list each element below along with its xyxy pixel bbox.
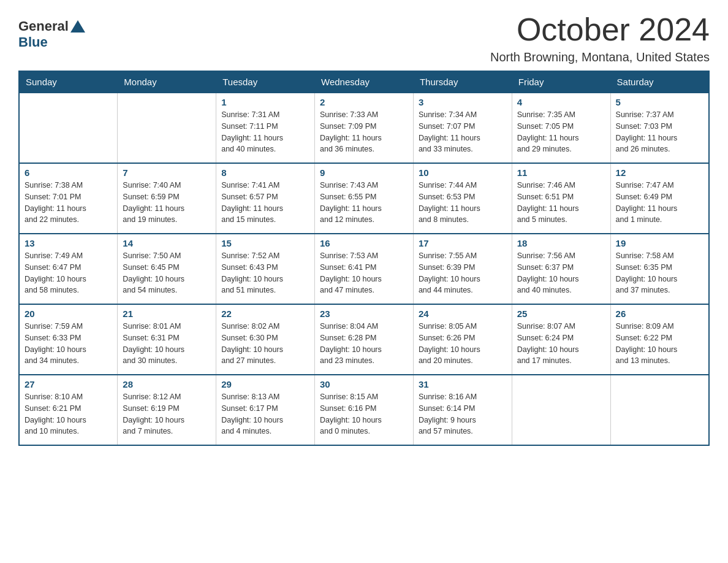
- main-title: October 2024: [490, 12, 710, 47]
- day-number: 23: [320, 308, 408, 319]
- day-number: 4: [517, 97, 605, 107]
- day-info: Sunrise: 7:31 AM Sunset: 7:11 PM Dayligh…: [221, 109, 309, 155]
- day-info: Sunrise: 7:35 AM Sunset: 7:05 PM Dayligh…: [517, 109, 605, 155]
- day-info: Sunrise: 8:05 AM Sunset: 6:26 PM Dayligh…: [419, 321, 507, 367]
- calendar-cell: 21Sunrise: 8:01 AM Sunset: 6:31 PM Dayli…: [118, 304, 216, 375]
- calendar-week-row: 27Sunrise: 8:10 AM Sunset: 6:21 PM Dayli…: [19, 375, 709, 445]
- day-header-thursday: Thursday: [413, 71, 512, 93]
- day-number: 3: [419, 97, 507, 107]
- day-info: Sunrise: 7:49 AM Sunset: 6:47 PM Dayligh…: [25, 250, 112, 296]
- logo-general-text: General: [18, 18, 69, 34]
- day-header-tuesday: Tuesday: [216, 71, 315, 93]
- day-info: Sunrise: 7:33 AM Sunset: 7:09 PM Dayligh…: [320, 109, 408, 155]
- calendar-cell: [512, 375, 610, 445]
- calendar-cell: 14Sunrise: 7:50 AM Sunset: 6:45 PM Dayli…: [118, 234, 216, 304]
- day-number: 21: [123, 308, 211, 319]
- calendar-header-row: SundayMondayTuesdayWednesdayThursdayFrid…: [19, 71, 709, 93]
- day-info: Sunrise: 7:55 AM Sunset: 6:39 PM Dayligh…: [419, 250, 507, 296]
- day-number: 12: [616, 167, 703, 178]
- day-info: Sunrise: 7:53 AM Sunset: 6:41 PM Dayligh…: [320, 250, 408, 296]
- calendar-cell: 12Sunrise: 7:47 AM Sunset: 6:49 PM Dayli…: [610, 163, 709, 234]
- day-number: 28: [123, 379, 211, 389]
- day-info: Sunrise: 7:37 AM Sunset: 7:03 PM Dayligh…: [616, 109, 703, 155]
- calendar-cell: 18Sunrise: 7:56 AM Sunset: 6:37 PM Dayli…: [512, 234, 610, 304]
- day-info: Sunrise: 7:44 AM Sunset: 6:53 PM Dayligh…: [419, 180, 507, 226]
- day-info: Sunrise: 8:13 AM Sunset: 6:17 PM Dayligh…: [221, 391, 309, 437]
- calendar-cell: 19Sunrise: 7:58 AM Sunset: 6:35 PM Dayli…: [610, 234, 709, 304]
- day-info: Sunrise: 8:16 AM Sunset: 6:14 PM Dayligh…: [419, 391, 507, 437]
- calendar-cell: 10Sunrise: 7:44 AM Sunset: 6:53 PM Dayli…: [413, 163, 512, 234]
- day-info: Sunrise: 8:15 AM Sunset: 6:16 PM Dayligh…: [320, 391, 408, 437]
- calendar-cell: 22Sunrise: 8:02 AM Sunset: 6:30 PM Dayli…: [216, 304, 315, 375]
- calendar-cell: [118, 93, 216, 163]
- day-info: Sunrise: 8:09 AM Sunset: 6:22 PM Dayligh…: [616, 321, 703, 367]
- calendar-cell: [19, 93, 118, 163]
- day-number: 22: [221, 308, 309, 319]
- day-number: 26: [616, 308, 703, 319]
- day-number: 1: [221, 97, 309, 107]
- logo-blue-text: Blue: [18, 34, 48, 50]
- calendar-cell: 8Sunrise: 7:41 AM Sunset: 6:57 PM Daylig…: [216, 163, 315, 234]
- day-number: 31: [419, 379, 507, 389]
- day-number: 5: [616, 97, 703, 107]
- day-number: 30: [320, 379, 408, 389]
- day-info: Sunrise: 8:07 AM Sunset: 6:24 PM Dayligh…: [517, 321, 605, 367]
- day-number: 15: [221, 238, 309, 248]
- calendar-cell: 9Sunrise: 7:43 AM Sunset: 6:55 PM Daylig…: [315, 163, 414, 234]
- day-info: Sunrise: 7:58 AM Sunset: 6:35 PM Dayligh…: [616, 250, 703, 296]
- calendar-cell: 7Sunrise: 7:40 AM Sunset: 6:59 PM Daylig…: [118, 163, 216, 234]
- calendar-cell: 1Sunrise: 7:31 AM Sunset: 7:11 PM Daylig…: [216, 93, 315, 163]
- day-info: Sunrise: 8:04 AM Sunset: 6:28 PM Dayligh…: [320, 321, 408, 367]
- day-number: 18: [517, 238, 605, 248]
- day-number: 8: [221, 167, 309, 178]
- day-number: 10: [419, 167, 507, 178]
- calendar-cell: 30Sunrise: 8:15 AM Sunset: 6:16 PM Dayli…: [315, 375, 414, 445]
- calendar-cell: 6Sunrise: 7:38 AM Sunset: 7:01 PM Daylig…: [19, 163, 118, 234]
- day-info: Sunrise: 7:56 AM Sunset: 6:37 PM Dayligh…: [517, 250, 605, 296]
- calendar-cell: 24Sunrise: 8:05 AM Sunset: 6:26 PM Dayli…: [413, 304, 512, 375]
- day-number: 13: [25, 238, 112, 248]
- day-header-monday: Monday: [118, 71, 216, 93]
- calendar-cell: 2Sunrise: 7:33 AM Sunset: 7:09 PM Daylig…: [315, 93, 414, 163]
- calendar-cell: 3Sunrise: 7:34 AM Sunset: 7:07 PM Daylig…: [413, 93, 512, 163]
- day-number: 2: [320, 97, 408, 107]
- day-number: 19: [616, 238, 703, 248]
- day-info: Sunrise: 8:02 AM Sunset: 6:30 PM Dayligh…: [221, 321, 309, 367]
- day-info: Sunrise: 8:01 AM Sunset: 6:31 PM Dayligh…: [123, 321, 211, 367]
- day-header-friday: Friday: [512, 71, 610, 93]
- day-number: 27: [25, 379, 112, 389]
- calendar-week-row: 1Sunrise: 7:31 AM Sunset: 7:11 PM Daylig…: [19, 93, 709, 163]
- calendar-week-row: 13Sunrise: 7:49 AM Sunset: 6:47 PM Dayli…: [19, 234, 709, 304]
- calendar-cell: 16Sunrise: 7:53 AM Sunset: 6:41 PM Dayli…: [315, 234, 414, 304]
- day-header-wednesday: Wednesday: [315, 71, 414, 93]
- day-header-sunday: Sunday: [19, 71, 118, 93]
- calendar-cell: 15Sunrise: 7:52 AM Sunset: 6:43 PM Dayli…: [216, 234, 315, 304]
- day-number: 9: [320, 167, 408, 178]
- day-number: 20: [25, 308, 112, 319]
- calendar-week-row: 6Sunrise: 7:38 AM Sunset: 7:01 PM Daylig…: [19, 163, 709, 234]
- day-number: 24: [419, 308, 507, 319]
- calendar-cell: 5Sunrise: 7:37 AM Sunset: 7:03 PM Daylig…: [610, 93, 709, 163]
- day-number: 11: [517, 167, 605, 178]
- day-info: Sunrise: 7:34 AM Sunset: 7:07 PM Dayligh…: [419, 109, 507, 155]
- logo: General Blue: [18, 12, 87, 50]
- day-number: 25: [517, 308, 605, 319]
- calendar-cell: 25Sunrise: 8:07 AM Sunset: 6:24 PM Dayli…: [512, 304, 610, 375]
- title-area: October 2024 North Browning, Montana, Un…: [490, 12, 710, 64]
- calendar-cell: 17Sunrise: 7:55 AM Sunset: 6:39 PM Dayli…: [413, 234, 512, 304]
- day-info: Sunrise: 7:46 AM Sunset: 6:51 PM Dayligh…: [517, 180, 605, 226]
- day-info: Sunrise: 7:43 AM Sunset: 6:55 PM Dayligh…: [320, 180, 408, 226]
- day-info: Sunrise: 8:12 AM Sunset: 6:19 PM Dayligh…: [123, 391, 211, 437]
- calendar-cell: 31Sunrise: 8:16 AM Sunset: 6:14 PM Dayli…: [413, 375, 512, 445]
- day-info: Sunrise: 7:59 AM Sunset: 6:33 PM Dayligh…: [25, 321, 112, 367]
- day-info: Sunrise: 7:41 AM Sunset: 6:57 PM Dayligh…: [221, 180, 309, 226]
- logo-triangle-icon: [70, 20, 85, 33]
- calendar-week-row: 20Sunrise: 7:59 AM Sunset: 6:33 PM Dayli…: [19, 304, 709, 375]
- calendar-cell: 26Sunrise: 8:09 AM Sunset: 6:22 PM Dayli…: [610, 304, 709, 375]
- calendar-cell: 20Sunrise: 7:59 AM Sunset: 6:33 PM Dayli…: [19, 304, 118, 375]
- calendar-cell: 27Sunrise: 8:10 AM Sunset: 6:21 PM Dayli…: [19, 375, 118, 445]
- calendar: SundayMondayTuesdayWednesdayThursdayFrid…: [18, 71, 710, 446]
- day-number: 16: [320, 238, 408, 248]
- day-number: 6: [25, 167, 112, 178]
- day-number: 17: [419, 238, 507, 248]
